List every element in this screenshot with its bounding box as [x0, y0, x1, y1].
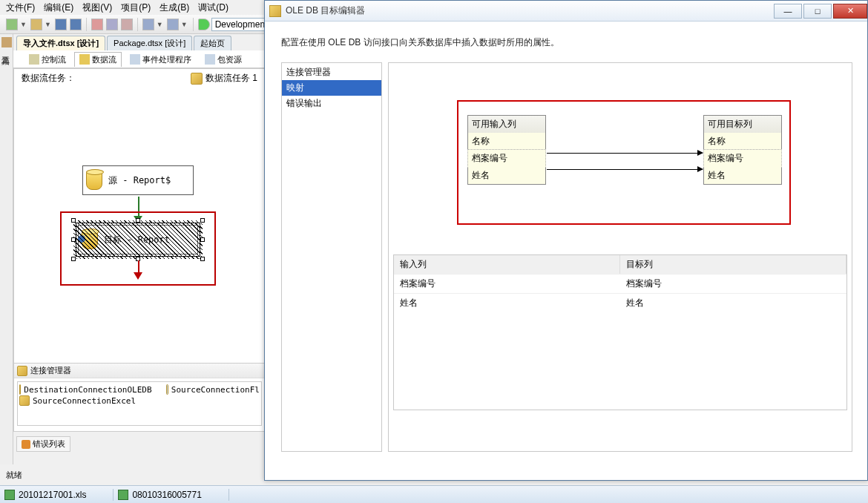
- file-xls-2[interactable]: 08010316005771: [118, 490, 201, 500]
- source-icon: [86, 171, 102, 190]
- close-button[interactable]: ✕: [833, 4, 867, 19]
- subtab-event-handlers[interactable]: 事件处理程序: [125, 52, 197, 67]
- conn-dest-oledb[interactable]: DestinationConnectionOLEDB SourceConnect…: [19, 384, 260, 395]
- save-all-icon[interactable]: [70, 19, 82, 30]
- error-arrowhead: [134, 272, 142, 280]
- tab-package-dtsx[interactable]: Package.dtsx [设计]: [107, 36, 192, 50]
- new-dropdown[interactable]: ▼: [20, 21, 27, 28]
- package-explorer-icon: [205, 54, 215, 65]
- subtab-control-flow[interactable]: 控制流: [24, 52, 71, 67]
- conn-source-flat[interactable]: SourceConnectionFl: [171, 385, 260, 395]
- input-col-archive-no[interactable]: 档案编号: [467, 149, 546, 168]
- conn-icon: [166, 384, 168, 395]
- dest-cols-header: 可用目标列: [704, 116, 781, 133]
- design-surface[interactable]: 数据流任务： 数据流任务 1 源 - Report$ 目标 - Report 连…: [13, 68, 266, 432]
- minimize-button[interactable]: —: [774, 4, 802, 19]
- source-component[interactable]: 源 - Report$: [82, 165, 194, 195]
- maximize-button[interactable]: □: [803, 4, 832, 19]
- new-project-icon[interactable]: [6, 19, 18, 30]
- nav-mappings[interactable]: 映射: [282, 80, 381, 96]
- dest-col-person-name[interactable]: 姓名: [704, 167, 781, 184]
- nav-connection-manager[interactable]: 连接管理器: [282, 65, 381, 80]
- task-label: 数据流任务：: [22, 72, 75, 85]
- open-icon[interactable]: [30, 19, 42, 30]
- available-destination-columns[interactable]: 可用目标列 名称 档案编号 姓名: [703, 115, 782, 185]
- undo-dropdown[interactable]: ▼: [157, 21, 163, 28]
- subtab-package-explorer[interactable]: 包资源: [200, 52, 247, 67]
- taskbar-files: 20101217001.xls 08010316005771: [0, 485, 868, 503]
- mapping-grid[interactable]: 输入列 目标列 档案编号 档案编号 姓名 姓名: [393, 254, 847, 410]
- control-flow-icon: [29, 54, 39, 65]
- open-dropdown[interactable]: ▼: [45, 21, 51, 28]
- data-flow-icon: [79, 54, 90, 65]
- connection-managers-panel: 连接管理器 DestinationConnectionOLEDB SourceC…: [14, 363, 265, 431]
- grid-cell[interactable]: 档案编号: [620, 274, 846, 293]
- source-label: 源 - Report$: [108, 174, 171, 187]
- tab-start-page[interactable]: 起始页: [194, 36, 231, 50]
- toolbox-panel[interactable]: 工具箱: [0, 34, 13, 464]
- input-cols-header: 可用输入列: [468, 116, 545, 133]
- destination-icon: [82, 230, 98, 249]
- mapping-line-person-name[interactable]: [547, 169, 703, 170]
- grid-header-dest[interactable]: 目标列: [620, 255, 846, 274]
- dest-col-archive-no[interactable]: 档案编号: [703, 149, 782, 168]
- menu-view[interactable]: 视图(V): [82, 1, 112, 14]
- undo-icon[interactable]: [142, 19, 154, 30]
- file-xls-1[interactable]: 20101217001.xls: [4, 490, 86, 500]
- conn-icon: [19, 384, 21, 395]
- menu-debug[interactable]: 调试(D): [198, 1, 228, 14]
- menu-file[interactable]: 文件(F): [6, 1, 35, 14]
- input-col-name[interactable]: 名称: [468, 133, 545, 150]
- available-input-columns[interactable]: 可用输入列 名称 档案编号 姓名: [467, 115, 546, 185]
- grid-header-input[interactable]: 输入列: [394, 255, 620, 274]
- conn-mgr-icon: [17, 366, 27, 376]
- dialog-nav: 连接管理器 映射 错误输出: [281, 62, 382, 452]
- status-bar: 就绪: [0, 469, 267, 482]
- excel-icon: [4, 490, 15, 500]
- grid-row-2[interactable]: 姓名 姓名: [394, 293, 846, 312]
- tab-import-dtsx[interactable]: 导入文件.dtsx [设计]: [16, 36, 105, 50]
- conn-mgr-title: 连接管理器: [30, 365, 71, 376]
- dest-col-name[interactable]: 名称: [704, 133, 781, 150]
- conn-source-excel[interactable]: SourceConnectionExcel: [19, 395, 260, 406]
- start-debug-icon[interactable]: [198, 19, 210, 30]
- dialog-icon: [269, 5, 281, 17]
- destination-component[interactable]: 目标 - Report: [78, 225, 198, 254]
- nav-error-output[interactable]: 错误输出: [282, 96, 381, 111]
- grid-cell[interactable]: 姓名: [620, 293, 846, 312]
- redo-dropdown[interactable]: ▼: [181, 21, 188, 28]
- conn-icon: [19, 395, 30, 406]
- subtab-data-flow[interactable]: 数据流: [74, 52, 122, 67]
- error-list-icon: [22, 440, 30, 449]
- grid-row-1[interactable]: 档案编号 档案编号: [394, 274, 846, 293]
- task-icon: [191, 73, 203, 85]
- input-col-person-name[interactable]: 姓名: [468, 167, 545, 184]
- mapping-line-archive-no[interactable]: [547, 153, 703, 154]
- error-list-tab[interactable]: 错误列表: [16, 436, 70, 452]
- grid-cell[interactable]: 档案编号: [394, 274, 620, 293]
- save-icon[interactable]: [55, 19, 67, 30]
- grid-cell[interactable]: 姓名: [394, 293, 620, 312]
- dialog-main-panel: 可用输入列 名称 档案编号 姓名 可用目标列 名称 档案编号 姓名: [388, 62, 852, 452]
- excel-icon: [118, 490, 128, 500]
- menu-project[interactable]: 项目(P): [121, 1, 151, 14]
- cut-icon[interactable]: [91, 19, 103, 30]
- menu-build[interactable]: 生成(B): [160, 1, 189, 14]
- dialog-titlebar[interactable]: OLE DB 目标编辑器 — □ ✕: [265, 1, 867, 22]
- redo-icon[interactable]: [167, 19, 179, 30]
- status-text: 就绪: [6, 470, 22, 479]
- event-handler-icon: [130, 54, 140, 65]
- menu-edit[interactable]: 编辑(E): [44, 1, 73, 14]
- paste-icon[interactable]: [121, 19, 133, 30]
- destination-label: 目标 - Report: [104, 234, 170, 246]
- toolbox-icon: [1, 37, 12, 47]
- config-dropdown[interactable]: Developmen: [211, 18, 271, 31]
- task-name[interactable]: 数据流任务 1: [206, 72, 257, 85]
- dialog-title: OLE DB 目标编辑器: [286, 4, 365, 17]
- dialog-description: 配置在使用 OLE DB 访问接口向关系数据库中插入数据时所用的属性。: [281, 36, 852, 49]
- copy-icon[interactable]: [106, 19, 118, 30]
- oledb-destination-editor-dialog: OLE DB 目标编辑器 — □ ✕ 配置在使用 OLE DB 访问接口向关系数…: [264, 0, 868, 481]
